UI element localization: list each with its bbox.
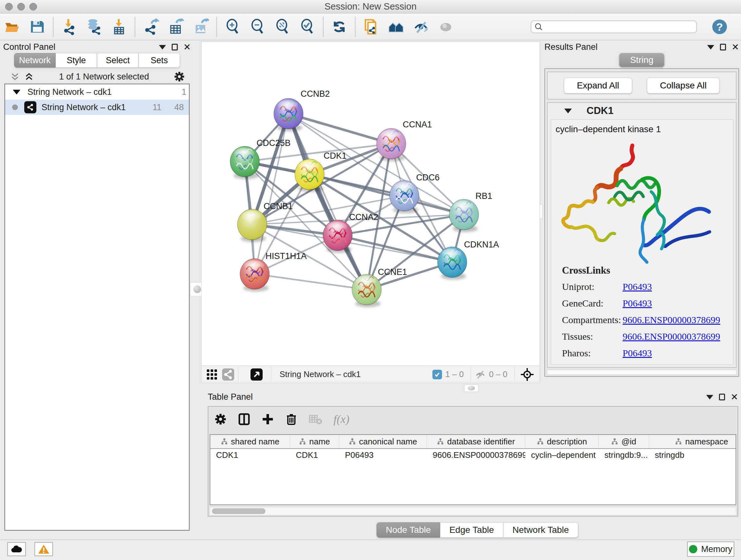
genecard-link[interactable]: P06493 xyxy=(623,298,652,309)
panel-close-icon[interactable]: ✕ xyxy=(732,43,739,52)
export-table-button[interactable] xyxy=(165,16,186,37)
zoom-fit-button[interactable] xyxy=(272,16,293,37)
table-cell[interactable]: P06493 xyxy=(339,449,427,462)
column-header-name[interactable]: name xyxy=(290,435,339,448)
tab-network[interactable]: Network xyxy=(14,53,56,68)
table-settings-gear-icon[interactable] xyxy=(214,413,227,426)
network-graph[interactable]: CCNB2CCNA1CDC25BCDK1CDC6RB1CCNB1CCNA2CDK… xyxy=(202,42,540,366)
zoom-selected-button[interactable] xyxy=(297,16,318,37)
table-row[interactable]: CDK1CDK1P064939606.ENSP00000378699cyclin… xyxy=(210,449,736,462)
cloud-status-button[interactable] xyxy=(7,542,26,556)
import-network-button[interactable] xyxy=(59,16,80,37)
open-session-button[interactable] xyxy=(2,16,23,37)
database-icon xyxy=(86,18,103,35)
tab-node-table[interactable]: Node Table xyxy=(377,522,440,538)
expand-all-button[interactable]: Expand All xyxy=(564,78,632,94)
panel-menu-icon[interactable] xyxy=(707,45,714,50)
node-HIST1H1A[interactable]: HIST1H1A xyxy=(240,251,307,292)
network-view-mode-icon[interactable] xyxy=(222,368,234,381)
column-header-database-identifier[interactable]: database identifier xyxy=(427,435,525,448)
edge-CCNB2-HIST1H1A[interactable] xyxy=(255,114,288,274)
show-columns-icon[interactable] xyxy=(238,413,251,426)
column-header-description[interactable]: description xyxy=(525,435,599,448)
node-CDKN1A[interactable]: CDKN1A xyxy=(437,240,499,280)
pharos-link[interactable]: P06493 xyxy=(623,348,652,359)
memory-button[interactable]: Memory xyxy=(687,542,734,557)
hide-selected-button[interactable] xyxy=(410,16,431,37)
uniprot-link[interactable]: P06493 xyxy=(623,281,652,292)
table-cell[interactable]: stringdb xyxy=(649,449,736,462)
search-icon xyxy=(535,23,543,31)
panel-close-icon[interactable]: ✕ xyxy=(184,43,191,52)
results-scrollbar[interactable] xyxy=(547,370,737,375)
table-scrollbar[interactable] xyxy=(210,507,736,515)
column-header--id[interactable]: @id xyxy=(599,435,649,448)
panel-close-icon[interactable]: ✕ xyxy=(731,393,738,401)
table-cell[interactable]: stringdb:9... xyxy=(599,449,649,462)
network-collection-row[interactable]: String Network – cdk1 1 xyxy=(5,84,189,100)
import-table-button[interactable] xyxy=(109,16,130,37)
tab-network-table[interactable]: Network Table xyxy=(503,522,578,538)
export-image-icon xyxy=(192,18,209,35)
edge-CDK1-RB1[interactable] xyxy=(310,174,464,214)
save-session-button[interactable] xyxy=(27,16,48,37)
tissues-link[interactable]: 9606.ENSP00000378699 xyxy=(623,331,720,342)
import-network-icon xyxy=(61,18,77,35)
apply-layout-button[interactable] xyxy=(329,16,350,37)
tab-style[interactable]: Style xyxy=(56,53,97,68)
selected-checkbox-icon[interactable] xyxy=(432,370,442,379)
tab-select[interactable]: Select xyxy=(97,53,138,68)
help-button[interactable]: ? xyxy=(712,19,727,34)
duplicate-network-button[interactable] xyxy=(360,16,382,37)
zoom-out-button[interactable] xyxy=(247,16,268,37)
edge-HIST1H1A-CCNE1[interactable] xyxy=(255,274,367,290)
panel-float-icon[interactable] xyxy=(720,44,726,51)
bottom-splitter-handle[interactable] xyxy=(464,385,478,392)
node-table[interactable]: shared namenamecanonical namedatabase id… xyxy=(210,434,736,505)
column-header-canonical-name[interactable]: canonical name xyxy=(339,435,427,448)
fit-content-crosshair-icon[interactable] xyxy=(521,368,534,381)
network-row[interactable]: String Network – cdk1 11 48 xyxy=(5,100,189,115)
panel-float-icon[interactable] xyxy=(172,44,178,51)
node-CCNB2[interactable]: CCNB2 xyxy=(274,89,330,131)
table-cell[interactable]: CDK1 xyxy=(290,449,339,462)
table-cell[interactable]: 9606.ENSP00000378699 xyxy=(427,449,525,462)
edge-CCNB2-CCNA1[interactable] xyxy=(288,114,391,144)
import-network-from-database-button[interactable] xyxy=(84,16,105,37)
column-header-namespace[interactable]: namespace xyxy=(649,435,736,448)
delete-table-icon[interactable] xyxy=(309,413,323,426)
zoom-in-button[interactable] xyxy=(222,16,243,37)
node-CCNA1[interactable]: CCNA1 xyxy=(377,120,432,161)
node-CCNB1[interactable]: CCNB1 xyxy=(238,201,293,242)
table-cell[interactable]: CDK1 xyxy=(210,449,290,462)
hidden-eye-icon[interactable] xyxy=(475,369,486,380)
gear-icon[interactable] xyxy=(174,71,185,82)
search-input[interactable] xyxy=(543,22,683,32)
first-neighbors-button[interactable] xyxy=(386,16,407,37)
caret-down-icon[interactable] xyxy=(13,90,20,95)
export-network-button[interactable] xyxy=(140,16,161,37)
node-RB1[interactable]: RB1 xyxy=(449,191,492,232)
birds-eye-view-icon[interactable] xyxy=(251,368,263,381)
show-all-button[interactable] xyxy=(435,16,456,37)
export-image-button[interactable] xyxy=(190,16,211,37)
table-scrollbar-thumb[interactable] xyxy=(212,508,266,514)
panel-float-icon[interactable] xyxy=(719,394,725,400)
grid-view-icon[interactable] xyxy=(206,369,218,380)
network-view[interactable]: CCNB2CCNA1CDC25BCDK1CDC6RB1CCNB1CCNA2CDK… xyxy=(201,42,540,383)
entry-collapse-icon[interactable] xyxy=(564,109,572,113)
compartments-link[interactable]: 9606.ENSP00000378699 xyxy=(623,314,720,325)
expand-all-icon[interactable] xyxy=(23,71,35,82)
panel-menu-icon[interactable] xyxy=(159,45,166,50)
column-header-shared-name[interactable]: shared name xyxy=(210,435,290,448)
create-column-plus-icon[interactable] xyxy=(261,413,274,426)
collapse-all-button[interactable]: Collapse All xyxy=(647,78,720,94)
panel-menu-icon[interactable] xyxy=(706,395,713,399)
warnings-button[interactable] xyxy=(35,542,53,556)
table-cell[interactable]: cyclin–dependent ... xyxy=(525,449,599,462)
delete-column-trash-icon[interactable] xyxy=(285,413,298,426)
tab-sets[interactable]: Sets xyxy=(138,53,180,68)
collapse-all-icon[interactable] xyxy=(10,71,20,82)
tab-edge-table[interactable]: Edge Table xyxy=(440,522,503,538)
string-results-tab[interactable]: String xyxy=(619,53,664,67)
